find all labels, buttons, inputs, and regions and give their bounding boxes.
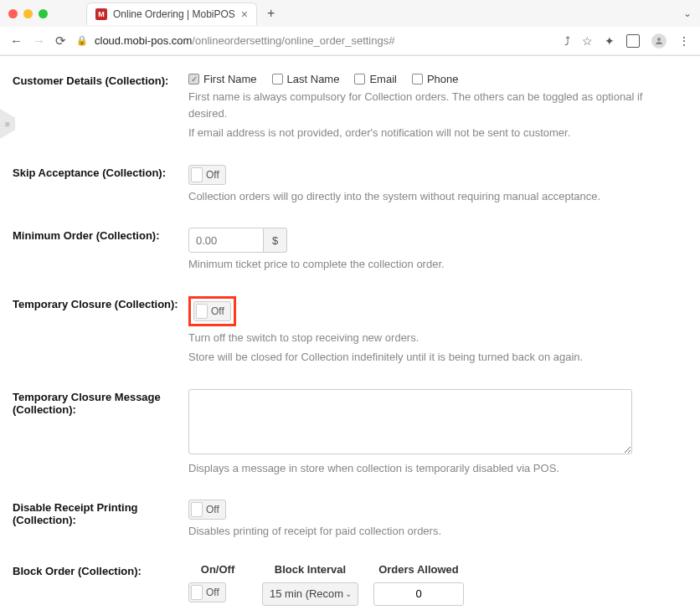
checkbox-last-name[interactable]: Last Name <box>272 73 340 85</box>
toggle-disable-receipt[interactable]: Off <box>188 500 226 520</box>
toolbar-icons: ⤴ ☆ ✦ ⋮ <box>564 33 690 49</box>
checkbox-email[interactable]: Email <box>354 73 397 85</box>
help-text: Displays a message in store when collect… <box>188 460 675 477</box>
share-icon[interactable]: ⤴ <box>564 34 570 48</box>
header-onoff: On/Off <box>188 563 247 577</box>
row-temp-closure-message: Temporary Closure Message (Collection): … <box>13 389 675 477</box>
help-text: Collection orders will go directly into … <box>188 188 675 205</box>
back-button[interactable]: ← <box>10 33 23 48</box>
toggle-skip-acceptance[interactable]: Off <box>188 165 226 185</box>
tabs-dropdown-icon[interactable]: ⌄ <box>683 8 692 19</box>
close-tab-icon[interactable]: × <box>241 8 248 21</box>
checkbox-label: Phone <box>427 73 459 85</box>
label-skip-acceptance: Skip Acceptance (Collection): <box>13 165 188 205</box>
checkbox-label: First Name <box>203 73 257 85</box>
help-text: Disables printing of receipt for paid co… <box>188 523 675 540</box>
toggle-thumb <box>191 585 203 600</box>
bookmark-icon[interactable]: ☆ <box>582 34 593 48</box>
browser-tab[interactable]: M Online Ordering | MobiPOS × <box>86 3 257 25</box>
label-customer-details: Customer Details (Collection): <box>13 73 188 141</box>
settings-form: Customer Details (Collection): ✓ First N… <box>0 56 700 615</box>
extensions-icon[interactable]: ✦ <box>605 34 615 48</box>
toggle-label: Off <box>205 504 224 515</box>
minimize-window-button[interactable] <box>23 9 33 18</box>
kebab-menu-icon[interactable]: ⋮ <box>678 34 690 48</box>
toggle-thumb <box>196 304 208 319</box>
close-window-button[interactable] <box>8 9 18 18</box>
help-text: Configure the interval and number of ord… <box>188 611 675 616</box>
toggle-label: Off <box>205 587 224 598</box>
checkbox-icon: ✓ <box>188 74 199 85</box>
header-interval: Block Interval <box>262 563 358 577</box>
label-temp-closure-message: Temporary Closure Message (Collection): <box>13 389 188 477</box>
url-host: cloud.mobi-pos.com <box>95 34 192 47</box>
help-text: Turn off the switch to stop receiving ne… <box>188 330 675 346</box>
orders-allowed-input[interactable] <box>373 582 464 606</box>
window-controls <box>8 9 48 18</box>
block-interval-select[interactable]: 15 min (Recom <box>262 582 358 606</box>
row-skip-acceptance: Skip Acceptance (Collection): Off Collec… <box>13 165 675 205</box>
help-text: First name is always compulsory for Coll… <box>188 89 675 121</box>
checkbox-icon <box>272 74 283 85</box>
lock-icon: 🔒 <box>76 35 88 46</box>
reload-button[interactable]: ⟳ <box>55 33 66 49</box>
label-temporary-closure: Temporary Closure (Collection): <box>13 296 188 366</box>
checkbox-label: Last Name <box>287 73 340 85</box>
tab-title: Online Ordering | MobiPOS <box>113 8 235 20</box>
label-minimum-order: Minimum Order (Collection): <box>13 228 188 273</box>
toggle-thumb <box>191 167 203 182</box>
address-bar-row: ← → ⟳ 🔒 cloud.mobi-pos.com/onlineorderse… <box>0 27 700 55</box>
row-block-order: Block Order (Collection): On/Off Off Blo… <box>13 563 675 616</box>
highlight-box: Off <box>188 296 236 326</box>
toggle-label: Off <box>210 305 229 317</box>
checkbox-phone[interactable]: Phone <box>412 73 459 85</box>
profile-avatar-icon[interactable] <box>651 33 667 49</box>
checkbox-icon <box>354 74 365 85</box>
header-allowed: Orders Allowed <box>373 563 464 577</box>
minimum-order-input[interactable] <box>188 228 264 253</box>
currency-addon: $ <box>264 228 287 253</box>
label-block-order: Block Order (Collection): <box>13 563 188 616</box>
checkbox-first-name[interactable]: ✓ First Name <box>188 73 257 85</box>
favicon-icon: M <box>95 8 107 20</box>
help-text: Minimum ticket price to complete the col… <box>188 256 675 273</box>
new-tab-button[interactable]: + <box>267 6 275 21</box>
row-customer-details: Customer Details (Collection): ✓ First N… <box>13 73 675 141</box>
row-minimum-order: Minimum Order (Collection): $ Minimum ti… <box>13 228 675 273</box>
address-bar[interactable]: 🔒 cloud.mobi-pos.com/onlineordersetting/… <box>76 34 554 47</box>
svg-point-0 <box>657 38 661 41</box>
toggle-temporary-closure[interactable]: Off <box>193 301 231 321</box>
toggle-block-order[interactable]: Off <box>188 582 226 602</box>
tab-bar: M Online Ordering | MobiPOS × + ⌄ <box>0 0 700 27</box>
sidepanel-icon[interactable] <box>626 34 640 48</box>
toggle-thumb <box>191 502 203 517</box>
row-temporary-closure: Temporary Closure (Collection): Off Turn… <box>13 296 675 366</box>
maximize-window-button[interactable] <box>39 9 48 18</box>
forward-button: → <box>33 33 45 48</box>
checkbox-icon <box>412 74 423 85</box>
row-disable-receipt: Disable Receipt Printing (Collection): O… <box>13 500 675 540</box>
url-path: /onlineordersetting/online_order_setting… <box>192 34 394 47</box>
browser-chrome: M Online Ordering | MobiPOS × + ⌄ ← → ⟳ … <box>0 0 700 56</box>
help-text: If email address is not provided, order'… <box>188 125 675 141</box>
checkbox-label: Email <box>369 73 397 85</box>
label-disable-receipt: Disable Receipt Printing (Collection): <box>13 500 188 540</box>
toggle-label: Off <box>205 169 224 181</box>
temp-closure-message-textarea[interactable] <box>188 389 632 454</box>
help-text: Store will be closed for Collection inde… <box>188 349 675 366</box>
